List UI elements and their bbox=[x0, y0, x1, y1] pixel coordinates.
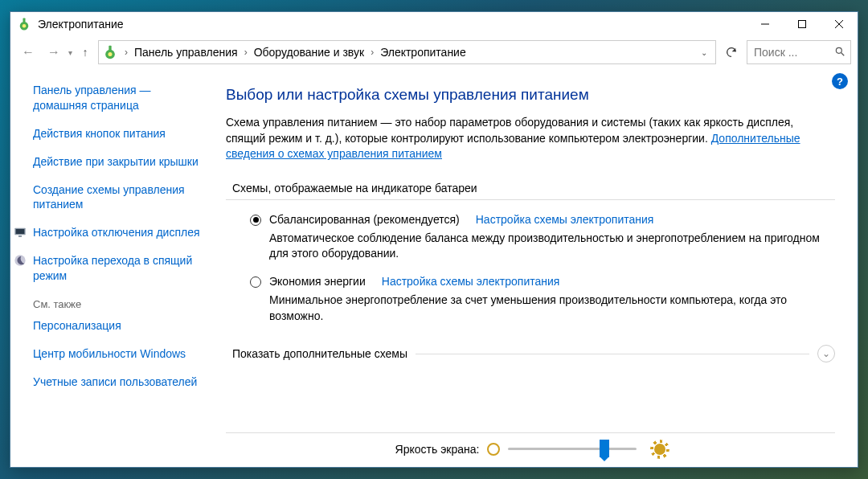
breadcrumb-item[interactable]: Панель управления bbox=[129, 46, 243, 59]
window-title: Электропитание bbox=[38, 18, 747, 31]
main-panel: Выбор или настройка схемы управления пит… bbox=[219, 68, 858, 467]
nav-forward-button[interactable]: → bbox=[43, 41, 65, 63]
plan-radio-balanced[interactable] bbox=[250, 215, 261, 226]
refresh-button[interactable] bbox=[719, 40, 743, 64]
titlebar: Электропитание bbox=[10, 12, 858, 36]
breadcrumb-item[interactable]: Оборудование и звук bbox=[249, 46, 370, 59]
monitor-icon bbox=[14, 226, 27, 239]
address-dropdown-icon[interactable]: ⌄ bbox=[696, 48, 712, 57]
search-input[interactable] bbox=[754, 46, 831, 59]
navbar: ← → ▾ ↑ › Панель управления › Оборудован… bbox=[10, 36, 858, 68]
sidebar-link-user-accounts[interactable]: Учетные записи пользователей bbox=[33, 375, 203, 390]
search-box[interactable] bbox=[747, 40, 851, 64]
nav-up-button[interactable]: ↑ bbox=[76, 41, 95, 63]
svg-line-11 bbox=[841, 52, 845, 55]
sidebar-link-display-off[interactable]: Настройка отключения дисплея bbox=[33, 225, 203, 240]
chevron-right-icon[interactable]: › bbox=[243, 47, 249, 58]
power-options-icon bbox=[17, 17, 31, 31]
plans-group-label: Схемы, отображаемые на индикаторе батаре… bbox=[232, 182, 835, 194]
plan-name[interactable]: Сбалансированная (рекомендуется) bbox=[269, 213, 460, 226]
sidebar-link-mobility-center[interactable]: Центр мобильности Windows bbox=[33, 346, 203, 362]
plan-balanced: Сбалансированная (рекомендуется) Настрой… bbox=[250, 213, 835, 262]
nav-back-button[interactable]: ← bbox=[17, 41, 39, 63]
plan-name[interactable]: Экономия энергии bbox=[269, 275, 366, 288]
svg-rect-1 bbox=[23, 18, 26, 23]
brightness-label: Яркость экрана: bbox=[395, 443, 480, 456]
sidebar-link-lid-close[interactable]: Действие при закрытии крышки bbox=[33, 154, 203, 170]
plan-settings-link[interactable]: Настройка схемы электропитания bbox=[382, 275, 560, 288]
plan-description: Минимальное энергопотребление за счет ум… bbox=[269, 293, 835, 324]
recent-dropdown-icon[interactable]: ▾ bbox=[68, 48, 72, 57]
sidebar-item-label: Настройка перехода в спящий режим bbox=[33, 254, 192, 282]
page-heading: Выбор или настройка схемы управления пит… bbox=[226, 86, 835, 104]
sidebar-home-link[interactable]: Панель управления — домашняя страница bbox=[33, 83, 203, 113]
plan-power-saver: Экономия энергии Настройка схемы электро… bbox=[250, 275, 835, 324]
search-icon[interactable] bbox=[834, 46, 845, 59]
brightness-low-icon bbox=[487, 443, 500, 456]
plan-description: Автоматическое соблюдение баланса между … bbox=[269, 231, 835, 262]
chevron-down-icon[interactable]: ⌄ bbox=[817, 345, 835, 362]
svg-rect-14 bbox=[18, 235, 22, 237]
svg-rect-4 bbox=[799, 21, 806, 28]
expander-label: Показать дополнительные схемы bbox=[232, 347, 407, 360]
additional-plans-expander[interactable]: Показать дополнительные схемы ⌄ bbox=[232, 345, 835, 362]
minimize-button[interactable] bbox=[747, 12, 784, 36]
divider bbox=[416, 354, 809, 354]
brightness-footer: Яркость экрана: bbox=[226, 432, 835, 467]
slider-track bbox=[508, 448, 637, 450]
divider bbox=[226, 199, 835, 200]
see-also-heading: См. также bbox=[33, 298, 203, 310]
breadcrumb-item[interactable]: Электропитание bbox=[375, 46, 471, 59]
brightness-slider[interactable] bbox=[508, 441, 637, 457]
sidebar-item-label: Настройка отключения дисплея bbox=[33, 226, 200, 239]
plan-settings-link[interactable]: Настройка схемы электропитания bbox=[476, 213, 654, 226]
svg-rect-8 bbox=[108, 46, 111, 51]
svg-point-9 bbox=[108, 52, 113, 56]
brightness-high-icon bbox=[654, 444, 665, 455]
sidebar-link-personalization[interactable]: Персонализация bbox=[33, 318, 203, 334]
svg-rect-13 bbox=[16, 229, 25, 234]
maximize-button[interactable] bbox=[784, 12, 821, 36]
power-options-icon bbox=[102, 44, 118, 60]
sidebar: Панель управления — домашняя страница Де… bbox=[10, 68, 219, 467]
sidebar-link-create-plan[interactable]: Создание схемы управления питанием bbox=[33, 182, 203, 213]
moon-icon bbox=[14, 254, 27, 267]
chevron-right-icon[interactable]: › bbox=[369, 47, 375, 58]
chevron-right-icon[interactable]: › bbox=[123, 47, 129, 58]
slider-thumb[interactable] bbox=[600, 440, 609, 457]
address-bar[interactable]: › Панель управления › Оборудование и зву… bbox=[98, 40, 716, 64]
sidebar-link-power-buttons[interactable]: Действия кнопок питания bbox=[33, 126, 203, 141]
sidebar-link-sleep[interactable]: Настройка перехода в спящий режим bbox=[33, 253, 203, 284]
help-icon[interactable]: ? bbox=[832, 73, 848, 89]
content-area: ? Панель управления — домашняя страница … bbox=[10, 68, 858, 467]
svg-point-2 bbox=[23, 24, 27, 28]
svg-point-10 bbox=[836, 47, 841, 53]
window: Электропитание ← → ▾ ↑ › Панель управлен… bbox=[10, 11, 858, 468]
intro-text: Схема управления питанием — это набор па… bbox=[226, 115, 835, 162]
close-button[interactable] bbox=[821, 12, 858, 36]
plan-radio-power-saver[interactable] bbox=[250, 276, 261, 288]
